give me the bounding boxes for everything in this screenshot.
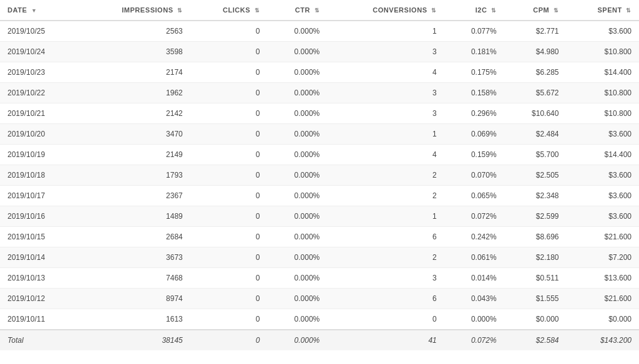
col-impressions[interactable]: IMPRESSIONS ⇅ (78, 0, 190, 21)
cell-date: 2019/10/13 (0, 268, 78, 289)
cell-i2c: 0.061% (444, 247, 504, 268)
cell-i2c: 0.070% (444, 165, 504, 186)
col-ctr-label: CTR (295, 6, 310, 14)
col-clicks[interactable]: CLICKS ⇅ (190, 0, 268, 21)
col-cpm-label: CPM (533, 6, 549, 14)
cell-ctr: 0.000% (267, 124, 327, 145)
cell-clicks: 0 (190, 21, 268, 42)
cell-conversions: 3 (327, 42, 444, 62)
cell-i2c: 0.077% (444, 21, 504, 42)
cell-cpm: $5.672 (504, 83, 567, 103)
cell-ctr: 0.000% (267, 165, 327, 186)
cell-date: 2019/10/18 (0, 165, 78, 186)
cell-clicks: 0 (190, 268, 268, 289)
cell-spent: $13.600 (566, 268, 639, 289)
cell-ctr: 0.000% (267, 42, 327, 62)
cell-conversions: 4 (327, 145, 444, 165)
col-i2c-label: I2C (476, 6, 487, 14)
cell-conversions: 1 (327, 124, 444, 145)
header-row: DATE ▼ IMPRESSIONS ⇅ CLICKS ⇅ CTR ⇅ CONV… (0, 0, 639, 21)
cell-spent: $21.600 (566, 227, 639, 247)
col-date[interactable]: DATE ▼ (0, 0, 78, 21)
cell-cpm: $10.640 (504, 103, 567, 124)
cell-date: 2019/10/19 (0, 145, 78, 165)
sort-icon: ⇅ (491, 7, 497, 14)
col-i2c[interactable]: I2C ⇅ (444, 0, 504, 21)
cell-clicks: 0 (190, 124, 268, 145)
table-row: 2019/10/23217400.000%40.175%$6.285$14.40… (0, 62, 639, 83)
table-row: 2019/10/17236700.000%20.065%$2.348$3.600 (0, 186, 639, 206)
cell-spent: $3.600 (566, 165, 639, 186)
col-conversions-label: CONVERSIONS (373, 6, 427, 14)
cell-ctr: 0.000% (267, 83, 327, 103)
cell-spent: $7.200 (566, 247, 639, 268)
cell-ctr: 0.000% (267, 103, 327, 124)
col-clicks-label: CLICKS (223, 6, 250, 14)
cell-cpm: $6.285 (504, 62, 567, 83)
cell-spent: $3.600 (566, 206, 639, 227)
cell-cpm: $2.484 (504, 124, 567, 145)
cell-spent: $14.400 (566, 62, 639, 83)
footer-clicks: 0 (190, 330, 268, 350)
cell-clicks: 0 (190, 165, 268, 186)
table-header: DATE ▼ IMPRESSIONS ⇅ CLICKS ⇅ CTR ⇅ CONV… (0, 0, 639, 21)
footer-i2c: 0.072% (444, 330, 504, 350)
cell-i2c: 0.181% (444, 42, 504, 62)
cell-ctr: 0.000% (267, 289, 327, 309)
sort-icon: ⇅ (554, 7, 559, 14)
cell-impressions: 1489 (78, 206, 190, 227)
cell-conversions: 4 (327, 62, 444, 83)
cell-cpm: $0.511 (504, 268, 567, 289)
cell-conversions: 1 (327, 21, 444, 42)
cell-conversions: 2 (327, 186, 444, 206)
col-spent[interactable]: SPENT ⇅ (566, 0, 639, 21)
cell-impressions: 1793 (78, 165, 190, 186)
table-row: 2019/10/14367300.000%20.061%$2.180$7.200 (0, 247, 639, 268)
cell-impressions: 2563 (78, 21, 190, 42)
cell-spent: $3.600 (566, 124, 639, 145)
sort-icon: ⇅ (431, 7, 437, 14)
cell-i2c: 0.014% (444, 268, 504, 289)
cell-date: 2019/10/17 (0, 186, 78, 206)
cell-clicks: 0 (190, 42, 268, 62)
cell-impressions: 2142 (78, 103, 190, 124)
cell-conversions: 1 (327, 206, 444, 227)
sort-icon: ▼ (31, 7, 37, 14)
cell-conversions: 3 (327, 103, 444, 124)
cell-date: 2019/10/12 (0, 289, 78, 309)
cell-spent: $3.600 (566, 21, 639, 42)
cell-ctr: 0.000% (267, 145, 327, 165)
cell-clicks: 0 (190, 62, 268, 83)
cell-date: 2019/10/25 (0, 21, 78, 42)
cell-date: 2019/10/14 (0, 247, 78, 268)
cell-impressions: 3673 (78, 247, 190, 268)
cell-ctr: 0.000% (267, 21, 327, 42)
cell-spent: $0.000 (566, 309, 639, 330)
cell-spent: $14.400 (566, 145, 639, 165)
cell-date: 2019/10/22 (0, 83, 78, 103)
cell-clicks: 0 (190, 206, 268, 227)
data-table: DATE ▼ IMPRESSIONS ⇅ CLICKS ⇅ CTR ⇅ CONV… (0, 0, 639, 350)
cell-conversions: 2 (327, 165, 444, 186)
cell-cpm: $2.599 (504, 206, 567, 227)
table-row: 2019/10/11161300.000%00.000%$0.000$0.000 (0, 309, 639, 330)
col-spent-label: SPENT (597, 6, 622, 14)
footer-cpm: $2.584 (504, 330, 567, 350)
col-conversions[interactable]: CONVERSIONS ⇅ (327, 0, 444, 21)
table-row: 2019/10/21214200.000%30.296%$10.640$10.8… (0, 103, 639, 124)
cell-date: 2019/10/11 (0, 309, 78, 330)
cell-cpm: $2.348 (504, 186, 567, 206)
table-row: 2019/10/22196200.000%30.158%$5.672$10.80… (0, 83, 639, 103)
cell-impressions: 3470 (78, 124, 190, 145)
cell-ctr: 0.000% (267, 206, 327, 227)
cell-i2c: 0.159% (444, 145, 504, 165)
cell-spent: $3.600 (566, 186, 639, 206)
footer-impressions: 38145 (78, 330, 190, 350)
col-ctr[interactable]: CTR ⇅ (267, 0, 327, 21)
cell-ctr: 0.000% (267, 227, 327, 247)
cell-date: 2019/10/20 (0, 124, 78, 145)
cell-clicks: 0 (190, 103, 268, 124)
cell-ctr: 0.000% (267, 247, 327, 268)
cell-clicks: 0 (190, 227, 268, 247)
col-cpm[interactable]: CPM ⇅ (504, 0, 567, 21)
